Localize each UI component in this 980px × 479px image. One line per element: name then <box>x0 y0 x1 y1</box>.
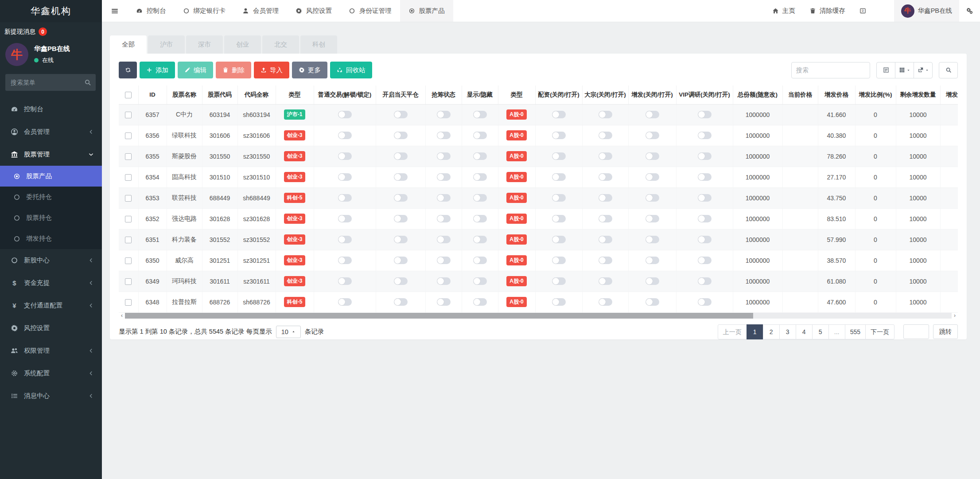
financing-toggle[interactable] <box>552 194 566 202</box>
sidebar-item-permissions[interactable]: 权限管理 <box>0 339 102 362</box>
normal-trade-toggle[interactable] <box>338 298 352 306</box>
grab-status-toggle[interactable] <box>437 257 451 264</box>
block-trade-toggle[interactable] <box>599 132 612 139</box>
vip-research-toggle[interactable] <box>698 132 712 139</box>
filter-tab-shenzhen[interactable]: 深市 <box>186 35 223 54</box>
sidebar-item-system-config[interactable]: 系统配置 <box>0 362 102 385</box>
block-trade-toggle[interactable] <box>599 152 612 160</box>
same-day-close-toggle[interactable] <box>394 298 408 306</box>
financing-toggle[interactable] <box>552 173 566 181</box>
same-day-close-toggle[interactable] <box>394 215 408 222</box>
same-day-close-toggle[interactable] <box>394 111 408 118</box>
sidebar-item-members[interactable]: 会员管理 <box>0 121 102 143</box>
page-size-select[interactable]: 10 <box>276 326 301 338</box>
vip-research-toggle[interactable] <box>698 194 712 202</box>
detail-view-button[interactable] <box>876 62 895 78</box>
user-menu[interactable]: 牛 华鑫PB在线 <box>894 0 959 22</box>
vip-research-toggle[interactable] <box>698 152 712 160</box>
page-button-555[interactable]: 555 <box>845 324 866 339</box>
page-button-2[interactable]: 2 <box>763 324 780 339</box>
same-day-close-toggle[interactable] <box>394 194 408 202</box>
issuance-toggle[interactable] <box>646 277 659 285</box>
visibility-toggle[interactable] <box>473 215 487 222</box>
visibility-toggle[interactable] <box>473 173 487 181</box>
same-day-close-toggle[interactable] <box>394 152 408 160</box>
pager-ellipsis[interactable]: ... <box>828 324 845 339</box>
col-header-issue-ratio[interactable]: 增发比例(%) <box>855 86 896 104</box>
same-day-close-toggle[interactable] <box>394 173 408 181</box>
block-trade-toggle[interactable] <box>599 236 612 243</box>
nav-tab-bind-bank-card[interactable]: 绑定银行卡 <box>175 0 234 22</box>
grab-status-toggle[interactable] <box>437 277 451 285</box>
same-day-close-toggle[interactable] <box>394 257 408 264</box>
clear-cache-button[interactable]: 清除缓存 <box>802 0 852 22</box>
col-header-total-shares[interactable]: 总份额(随意改) <box>733 86 782 104</box>
normal-trade-toggle[interactable] <box>338 236 352 243</box>
select-all-checkbox[interactable] <box>125 92 132 98</box>
scrollbar-track[interactable] <box>125 313 952 319</box>
block-trade-toggle[interactable] <box>599 173 612 181</box>
block-trade-toggle[interactable] <box>599 194 612 202</box>
nav-tab-risk-settings[interactable]: 风控设置 <box>287 0 340 22</box>
page-button-4[interactable]: 4 <box>796 324 813 339</box>
withdraw-notice[interactable]: 新提现消息 0 <box>0 22 102 38</box>
row-checkbox[interactable] <box>125 237 132 243</box>
issuance-toggle[interactable] <box>646 173 659 181</box>
nav-tab-stock-products[interactable]: 股票产品 <box>400 0 453 22</box>
prev-page-button[interactable]: 上一页 <box>718 324 747 339</box>
visibility-toggle[interactable] <box>473 111 487 118</box>
filter-tab-all[interactable]: 全部 <box>110 35 147 54</box>
sidebar-item-dashboard[interactable]: 控制台 <box>0 98 102 121</box>
issuance-toggle[interactable] <box>646 298 659 306</box>
block-trade-toggle[interactable] <box>599 111 612 118</box>
filter-tab-chuangye[interactable]: 创业 <box>224 35 261 54</box>
nav-tab-console[interactable]: 控制台 <box>128 0 175 22</box>
col-header-same-day-close[interactable]: 开启当天平仓 <box>376 86 425 104</box>
grab-status-toggle[interactable] <box>437 173 451 181</box>
next-page-button[interactable]: 下一页 <box>865 324 894 339</box>
delete-button[interactable]: 删除 <box>216 62 251 78</box>
issuance-toggle[interactable] <box>646 215 659 222</box>
financing-toggle[interactable] <box>552 152 566 160</box>
visibility-toggle[interactable] <box>473 194 487 202</box>
financing-toggle[interactable] <box>552 111 566 118</box>
block-trade-toggle[interactable] <box>599 215 612 222</box>
col-header-remaining-issues[interactable]: 剩余增发数量 <box>896 86 940 104</box>
same-day-close-toggle[interactable] <box>394 132 408 139</box>
issuance-toggle[interactable] <box>646 152 659 160</box>
jump-button[interactable]: 跳转 <box>933 324 958 339</box>
same-day-close-toggle[interactable] <box>394 277 408 285</box>
sidebar-item-risk-settings[interactable]: 风控设置 <box>0 317 102 339</box>
col-header-current-price[interactable]: 当前价格 <box>782 86 818 104</box>
table-search-input[interactable] <box>791 62 870 78</box>
financing-toggle[interactable] <box>552 257 566 264</box>
filter-tab-beijiao[interactable]: 北交 <box>262 35 299 54</box>
grab-status-toggle[interactable] <box>437 111 451 118</box>
normal-trade-toggle[interactable] <box>338 277 352 285</box>
vip-research-toggle[interactable] <box>698 298 712 306</box>
vip-research-toggle[interactable] <box>698 257 712 264</box>
normal-trade-toggle[interactable] <box>338 215 352 222</box>
add-button[interactable]: 添加 <box>140 62 175 78</box>
normal-trade-toggle[interactable] <box>338 111 352 118</box>
page-button-5[interactable]: 5 <box>812 324 829 339</box>
financing-toggle[interactable] <box>552 132 566 139</box>
issuance-toggle[interactable] <box>646 257 659 264</box>
visibility-toggle[interactable] <box>473 152 487 160</box>
menu-toggle-button[interactable] <box>102 0 128 22</box>
sidebar-subitem-stock-products[interactable]: 股票产品 <box>0 166 102 187</box>
col-header-issuance[interactable]: 增发(关闭/打开) <box>628 86 676 104</box>
import-button[interactable]: 导入 <box>254 62 289 78</box>
col-header-block-trade[interactable]: 大宗(关闭/打开) <box>582 86 628 104</box>
row-checkbox[interactable] <box>125 132 132 139</box>
fullscreen-button[interactable] <box>873 0 894 22</box>
home-button[interactable]: 主页 <box>765 0 802 22</box>
col-header-share-type[interactable]: 类型 <box>498 86 535 104</box>
visibility-toggle[interactable] <box>473 298 487 306</box>
sidebar-item-stock-management[interactable]: 股票管理 <box>0 143 102 166</box>
sidebar-item-message-center[interactable]: 消息中心 <box>0 385 102 407</box>
edit-button[interactable]: 编辑 <box>178 62 213 78</box>
grab-status-toggle[interactable] <box>437 236 451 243</box>
col-header-grab-status[interactable]: 抢筹状态 <box>425 86 462 104</box>
row-checkbox[interactable] <box>125 299 132 306</box>
